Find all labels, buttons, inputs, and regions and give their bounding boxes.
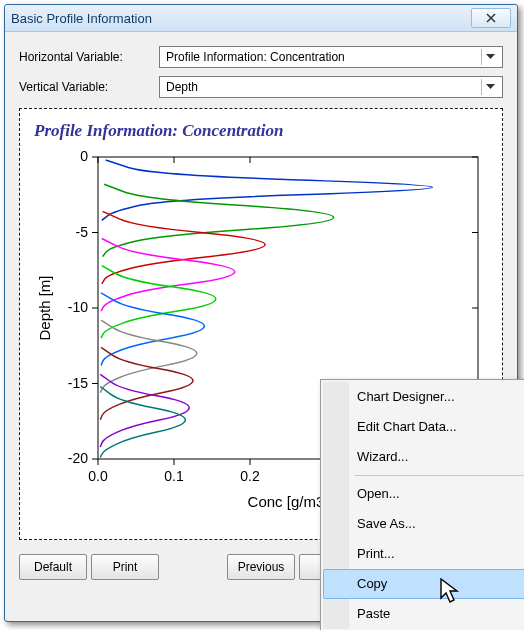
previous-button[interactable]: Previous xyxy=(227,554,295,580)
svg-text:Depth [m]: Depth [m] xyxy=(36,275,53,340)
chart-frame: Profile Information: Concentration 0-5-1… xyxy=(19,108,503,540)
menu-separator xyxy=(355,475,524,476)
window-title: Basic Profile Information xyxy=(11,11,471,26)
svg-text:0.1: 0.1 xyxy=(164,468,184,484)
menu-copy[interactable]: Copy xyxy=(323,569,524,599)
svg-text:-5: -5 xyxy=(76,224,89,240)
label-vertical-variable: Vertical Variable: xyxy=(19,80,159,94)
combo-horizontal-value: Profile Information: Concentration xyxy=(166,50,345,64)
titlebar: Basic Profile Information xyxy=(5,5,517,32)
menu-paste[interactable]: Paste xyxy=(323,599,524,629)
close-icon xyxy=(486,13,496,23)
svg-text:-15: -15 xyxy=(68,375,88,391)
label-horizontal-variable: Horizontal Variable: xyxy=(19,50,159,64)
menu-edit-chart-data[interactable]: Edit Chart Data... xyxy=(323,412,524,442)
svg-text:0.0: 0.0 xyxy=(88,468,108,484)
svg-text:Conc [g/m3]: Conc [g/m3] xyxy=(248,493,329,510)
print-button[interactable]: Print xyxy=(91,554,159,580)
combo-vertical-value: Depth xyxy=(166,80,198,94)
chart-title: Profile Information: Concentration xyxy=(34,121,490,141)
menu-wizard[interactable]: Wizard... xyxy=(323,442,524,472)
svg-text:0.2: 0.2 xyxy=(240,468,260,484)
row-horizontal-variable: Horizontal Variable: Profile Information… xyxy=(19,46,503,68)
window: Basic Profile Information Horizontal Var… xyxy=(4,4,518,622)
menu-print[interactable]: Print... xyxy=(323,539,524,569)
menu-chart-designer[interactable]: Chart Designer... xyxy=(323,382,524,412)
window-body: Horizontal Variable: Profile Information… xyxy=(5,32,517,590)
combo-vertical-variable[interactable]: Depth xyxy=(159,76,503,98)
chevron-down-icon xyxy=(481,49,498,65)
svg-text:-20: -20 xyxy=(68,450,88,466)
chart-context-menu: Chart Designer... Edit Chart Data... Wiz… xyxy=(320,379,524,630)
window-close-button[interactable] xyxy=(471,8,511,28)
menu-open[interactable]: Open... xyxy=(323,479,524,509)
svg-text:-10: -10 xyxy=(68,299,88,315)
chevron-down-icon xyxy=(481,79,498,95)
default-button[interactable]: Default xyxy=(19,554,87,580)
svg-text:0: 0 xyxy=(80,148,88,164)
row-vertical-variable: Vertical Variable: Depth xyxy=(19,76,503,98)
combo-horizontal-variable[interactable]: Profile Information: Concentration xyxy=(159,46,503,68)
menu-save-as[interactable]: Save As... xyxy=(323,509,524,539)
